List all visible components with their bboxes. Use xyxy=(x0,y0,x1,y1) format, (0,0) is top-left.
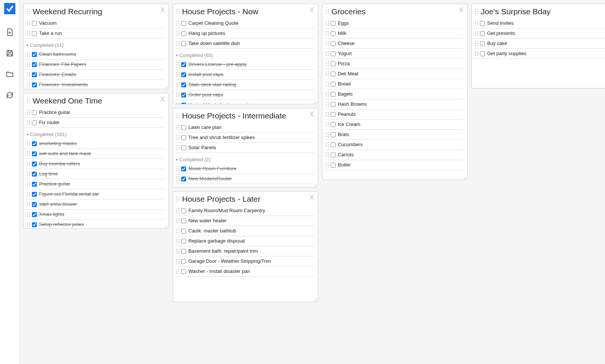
drag-handle-icon[interactable] xyxy=(325,131,330,138)
drag-handle-icon[interactable] xyxy=(325,111,330,118)
task-label[interactable]: Practice guitar xyxy=(39,109,70,116)
drag-handle-icon[interactable] xyxy=(175,258,181,265)
task-label[interactable]: Clean bathrooms xyxy=(39,51,76,58)
task-checkbox[interactable] xyxy=(32,192,37,197)
task-checkbox[interactable] xyxy=(181,82,186,87)
drag-handle-icon[interactable] xyxy=(325,70,330,77)
task-checkbox[interactable] xyxy=(480,41,485,46)
drag-handle-icon[interactable] xyxy=(26,201,31,208)
task-label[interactable]: Get presents xyxy=(487,30,515,37)
task-checkbox[interactable] xyxy=(331,82,336,87)
task-label[interactable]: Vertical blinds for basement xyxy=(188,102,248,104)
card-title[interactable]: Joe's Surprise Bday xyxy=(481,7,605,16)
task-label[interactable]: Send invites xyxy=(487,20,514,27)
task-checkbox[interactable] xyxy=(181,62,186,67)
resize-handle-icon[interactable] xyxy=(462,174,467,179)
task-checkbox[interactable] xyxy=(32,72,37,77)
task-checkbox[interactable] xyxy=(32,82,37,87)
drag-handle-icon[interactable] xyxy=(175,268,181,275)
drag-handle-icon[interactable] xyxy=(474,30,479,37)
task-checkbox[interactable] xyxy=(181,135,186,140)
task-label[interactable]: Bagels xyxy=(338,91,353,97)
task-label[interactable]: Vacuum xyxy=(39,20,57,27)
task-checkbox[interactable] xyxy=(32,202,37,207)
task-checkbox[interactable] xyxy=(32,182,37,187)
resize-handle-icon[interactable] xyxy=(313,99,317,103)
task-checkbox[interactable] xyxy=(331,122,336,127)
drag-handle-icon[interactable] xyxy=(26,109,31,116)
drag-handle-icon[interactable] xyxy=(26,51,31,58)
task-label[interactable]: Milk xyxy=(338,30,346,37)
task-checkbox[interactable] xyxy=(181,21,186,26)
drag-handle-icon[interactable] xyxy=(175,228,181,234)
drag-handle-icon[interactable] xyxy=(26,71,31,78)
task-label[interactable]: Deli Meat xyxy=(338,71,358,77)
task-label[interactable]: Peanuts xyxy=(338,111,356,118)
card-title[interactable]: House Projects - Now xyxy=(182,7,314,16)
drag-handle-icon[interactable] xyxy=(175,207,181,214)
task-checkbox[interactable] xyxy=(181,249,186,254)
drag-handle-icon[interactable] xyxy=(26,61,31,68)
save-button[interactable] xyxy=(2,46,17,61)
task-checkbox[interactable] xyxy=(32,120,37,125)
task-checkbox[interactable] xyxy=(331,92,336,97)
task-checkbox[interactable] xyxy=(331,132,336,137)
task-label[interactable]: Buy roomba rollers xyxy=(39,161,80,167)
drag-handle-icon[interactable] xyxy=(175,238,181,244)
task-checkbox[interactable] xyxy=(181,166,186,171)
drag-handle-icon[interactable] xyxy=(26,20,31,27)
drag-handle-icon[interactable] xyxy=(26,181,31,187)
task-checkbox[interactable] xyxy=(331,41,336,46)
task-checkbox[interactable] xyxy=(181,41,186,46)
resize-handle-icon[interactable] xyxy=(163,223,168,228)
task-label[interactable]: Get party supplies xyxy=(487,51,527,57)
task-checkbox[interactable] xyxy=(32,110,37,115)
drag-handle-icon[interactable] xyxy=(26,119,31,126)
task-label[interactable]: Buy cake xyxy=(487,40,507,47)
drag-handle-icon[interactable] xyxy=(175,112,181,119)
task-label[interactable]: Stain deck stair railing xyxy=(188,82,236,88)
task-checkbox[interactable] xyxy=(32,141,37,146)
task-checkbox[interactable] xyxy=(331,51,336,56)
task-label[interactable]: Music Room Furniture xyxy=(188,166,236,172)
task-label[interactable]: start snow blower xyxy=(39,201,77,208)
task-label[interactable]: Butter xyxy=(338,162,351,168)
task-label[interactable]: Lawn care plan xyxy=(188,124,221,131)
resize-handle-icon[interactable] xyxy=(313,182,317,186)
task-checkbox[interactable] xyxy=(181,125,186,130)
drag-handle-icon[interactable] xyxy=(175,217,181,224)
resize-handle-icon[interactable] xyxy=(163,84,168,88)
task-checkbox[interactable] xyxy=(331,153,336,157)
task-checkbox[interactable] xyxy=(32,21,37,26)
task-label[interactable]: Carrots xyxy=(338,152,354,158)
drag-handle-icon[interactable] xyxy=(325,50,330,57)
drag-handle-icon[interactable] xyxy=(325,30,330,37)
card-title[interactable]: Weekend One Time xyxy=(33,96,165,105)
drag-handle-icon[interactable] xyxy=(175,175,181,182)
completed-section-toggle[interactable]: ▾Completed (11) xyxy=(26,39,165,49)
task-checkbox[interactable] xyxy=(32,222,37,227)
task-checkbox[interactable] xyxy=(181,93,186,97)
task-label[interactable]: Take a run xyxy=(39,30,62,37)
task-checkbox[interactable] xyxy=(181,31,186,36)
task-label[interactable]: Bread xyxy=(338,81,351,87)
task-label[interactable]: Pizza xyxy=(338,61,350,67)
task-label[interactable]: Eggs xyxy=(338,20,349,27)
task-checkbox[interactable] xyxy=(32,52,37,57)
task-label[interactable]: Drivers License - pre-apply xyxy=(188,61,247,68)
task-label[interactable]: Garage Door - Weather Stripping/Trim xyxy=(188,258,271,265)
task-checkbox[interactable] xyxy=(181,103,186,104)
drag-handle-icon[interactable] xyxy=(175,91,181,98)
drag-handle-icon[interactable] xyxy=(175,102,181,104)
task-checkbox[interactable] xyxy=(181,219,186,223)
close-card-button[interactable]: X xyxy=(160,6,165,14)
drag-handle-icon[interactable] xyxy=(325,20,330,27)
drag-handle-icon[interactable] xyxy=(325,60,330,67)
task-label[interactable]: New water heater xyxy=(188,218,227,224)
task-label[interactable]: Tree and shrub fertilizer spikes xyxy=(188,135,255,141)
task-checkbox[interactable] xyxy=(32,212,37,217)
drag-handle-icon[interactable] xyxy=(26,150,31,157)
drag-handle-icon[interactable] xyxy=(26,171,31,177)
task-checkbox[interactable] xyxy=(331,61,336,66)
task-label[interactable]: Basement bath: repair/paint trim xyxy=(188,248,258,255)
